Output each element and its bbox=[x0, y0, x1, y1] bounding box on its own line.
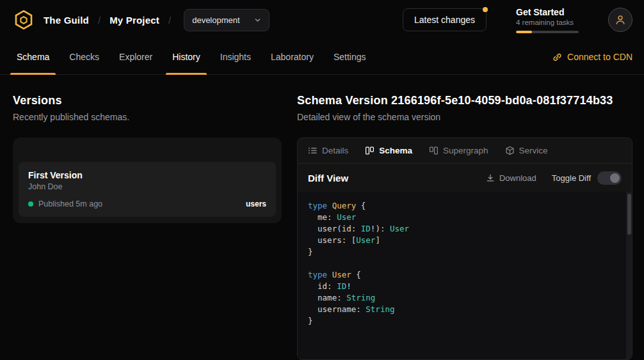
code-content: type Query { me: User user(id: ID!): Use… bbox=[308, 200, 619, 327]
tab-explorer[interactable]: Explorer bbox=[113, 40, 159, 74]
detail-tab-label: Service bbox=[519, 146, 548, 155]
top-bar-actions: Latest changes Get Started 4 remaining t… bbox=[403, 7, 632, 33]
code-line: users: [User] bbox=[308, 235, 619, 246]
toggle-diff-label: Toggle Diff bbox=[552, 173, 591, 183]
code-line: type User { bbox=[308, 269, 619, 281]
breadcrumb-separator: / bbox=[98, 15, 101, 26]
code-line: name: String bbox=[308, 292, 619, 304]
link-icon bbox=[552, 52, 562, 62]
tab-settings[interactable]: Settings bbox=[327, 40, 373, 74]
tab-checks[interactable]: Checks bbox=[63, 40, 106, 74]
columns-alt-icon bbox=[429, 146, 439, 155]
published-status-dot bbox=[28, 201, 33, 207]
user-avatar[interactable] bbox=[608, 8, 632, 32]
version-author: John Doe bbox=[28, 182, 266, 191]
environment-value: development bbox=[192, 15, 239, 25]
code-scrollbar-thumb[interactable] bbox=[627, 194, 631, 235]
versions-title: Versions bbox=[13, 94, 282, 107]
schema-code-viewer[interactable]: type Query { me: User user(id: ID!): Use… bbox=[298, 192, 632, 359]
code-scrollbar[interactable] bbox=[626, 192, 632, 359]
versions-list: First VersionJohn DoePublished 5m agouse… bbox=[19, 162, 276, 217]
top-bar: The Guild / My Project / development Lat… bbox=[0, 0, 644, 40]
version-status: Published 5m ago bbox=[38, 200, 102, 208]
chevron-down-icon bbox=[254, 17, 261, 24]
schema-version-title: Schema Version 2166196f-5e10-4059-bd0a-0… bbox=[297, 94, 632, 107]
versions-section: Versions Recently published schemas. Fir… bbox=[13, 94, 282, 360]
code-line: user(id: ID!): User bbox=[308, 223, 619, 235]
download-icon bbox=[486, 173, 495, 182]
connect-cdn-label: Connect to CDN bbox=[567, 52, 632, 62]
version-list-item[interactable]: First VersionJohn DoePublished 5m agouse… bbox=[19, 162, 276, 217]
toggle-knob bbox=[610, 173, 620, 183]
get-started-progress-fill bbox=[516, 31, 532, 33]
version-name: First Version bbox=[28, 170, 266, 180]
schema-detail-panel: DetailsSchemaSupergraphService Diff View… bbox=[297, 137, 632, 360]
latest-changes-button[interactable]: Latest changes bbox=[403, 8, 487, 31]
download-button[interactable]: Download bbox=[486, 173, 536, 183]
code-line: type Query { bbox=[308, 200, 619, 212]
detail-tabs: DetailsSchemaSupergraphService bbox=[298, 138, 632, 164]
toggle-diff-control: Toggle Diff bbox=[552, 171, 622, 185]
schema-version-subtitle: Detailed view of the schema version bbox=[297, 112, 632, 122]
project-link[interactable]: My Project bbox=[109, 15, 159, 26]
tab-insights[interactable]: Insights bbox=[214, 40, 257, 74]
diff-view-header: Diff View Download Toggle Diff bbox=[298, 164, 632, 192]
diff-view-title: Diff View bbox=[308, 173, 348, 184]
toggle-diff-switch[interactable] bbox=[597, 171, 622, 185]
breadcrumb: The Guild / My Project / development bbox=[13, 9, 270, 31]
code-line: username: String bbox=[308, 304, 619, 315]
notification-dot bbox=[483, 7, 488, 12]
person-icon bbox=[615, 14, 626, 26]
tab-laboratory[interactable]: Laboratory bbox=[264, 40, 320, 74]
code-line: id: ID! bbox=[308, 281, 619, 292]
code-line: } bbox=[308, 246, 619, 258]
primary-nav-tabs: SchemaChecksExplorerHistoryInsightsLabor… bbox=[10, 40, 373, 74]
schema-version-section: Schema Version 2166196f-5e10-4059-bd0a-0… bbox=[297, 94, 632, 360]
get-started-progress bbox=[516, 31, 579, 33]
main-nav: SchemaChecksExplorerHistoryInsightsLabor… bbox=[0, 40, 644, 75]
latest-changes-label: Latest changes bbox=[414, 15, 475, 25]
main-content: Versions Recently published schemas. Fir… bbox=[0, 75, 644, 360]
download-label: Download bbox=[499, 173, 536, 183]
connect-cdn-button[interactable]: Connect to CDN bbox=[552, 40, 632, 74]
detail-tab-details[interactable]: Details bbox=[308, 146, 348, 155]
versions-card: First VersionJohn DoePublished 5m agouse… bbox=[13, 137, 282, 223]
detail-tab-schema[interactable]: Schema bbox=[365, 146, 412, 155]
diff-view-actions: Download Toggle Diff bbox=[486, 171, 622, 185]
org-link[interactable]: The Guild bbox=[44, 15, 89, 26]
versions-subtitle: Recently published schemas. bbox=[13, 112, 282, 122]
tab-schema[interactable]: Schema bbox=[10, 40, 56, 74]
detail-tab-label: Supergraph bbox=[443, 146, 488, 155]
code-line bbox=[308, 258, 619, 269]
code-line: me: User bbox=[308, 212, 619, 223]
columns-icon bbox=[365, 146, 374, 155]
cube-icon bbox=[505, 146, 515, 155]
version-service-badge: users bbox=[246, 200, 266, 208]
code-line: } bbox=[308, 315, 619, 327]
detail-tab-label: Schema bbox=[379, 146, 412, 155]
get-started-subtitle: 4 remaining tasks bbox=[516, 19, 579, 26]
get-started-widget[interactable]: Get Started 4 remaining tasks bbox=[516, 7, 579, 33]
detail-tab-supergraph[interactable]: Supergraph bbox=[429, 146, 488, 155]
breadcrumb-separator: / bbox=[168, 15, 171, 26]
tab-history[interactable]: History bbox=[166, 40, 207, 74]
environment-dropdown[interactable]: development bbox=[184, 9, 269, 31]
get-started-title: Get Started bbox=[516, 7, 579, 17]
hive-logo[interactable] bbox=[13, 9, 35, 31]
detail-tab-label: Details bbox=[322, 146, 348, 155]
version-meta: Published 5m agousers bbox=[28, 200, 266, 208]
detail-tab-service[interactable]: Service bbox=[505, 146, 548, 155]
list-icon bbox=[308, 146, 318, 155]
